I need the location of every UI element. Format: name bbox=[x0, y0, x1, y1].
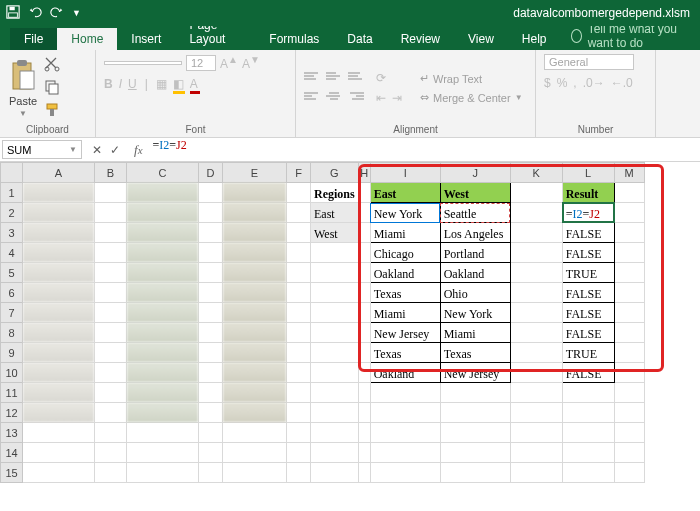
cell[interactable]: New York bbox=[440, 303, 510, 323]
tab-data[interactable]: Data bbox=[333, 28, 386, 50]
col-header[interactable]: I bbox=[370, 163, 440, 183]
cell[interactable] bbox=[510, 183, 562, 203]
cell[interactable] bbox=[127, 263, 199, 283]
cell[interactable] bbox=[23, 383, 95, 403]
cell[interactable] bbox=[614, 363, 644, 383]
decrease-font-icon[interactable]: A▼ bbox=[242, 54, 260, 71]
cell[interactable] bbox=[287, 243, 311, 263]
cell[interactable]: Miami bbox=[370, 303, 440, 323]
cell[interactable] bbox=[95, 323, 127, 343]
increase-decimal-icon[interactable]: .0→ bbox=[583, 76, 605, 90]
cell[interactable] bbox=[223, 443, 287, 463]
cell[interactable] bbox=[311, 383, 359, 403]
align-center-icon[interactable] bbox=[326, 92, 342, 104]
col-header[interactable]: K bbox=[510, 163, 562, 183]
align-left-icon[interactable] bbox=[304, 92, 320, 104]
cell[interactable] bbox=[127, 343, 199, 363]
cell[interactable] bbox=[311, 323, 359, 343]
cell[interactable] bbox=[287, 223, 311, 243]
cell[interactable] bbox=[23, 223, 95, 243]
cell[interactable] bbox=[287, 383, 311, 403]
cell[interactable] bbox=[370, 403, 440, 423]
cell[interactable] bbox=[562, 443, 614, 463]
row-header[interactable]: 7 bbox=[1, 303, 23, 323]
cell[interactable] bbox=[358, 463, 370, 483]
cell[interactable]: Miami bbox=[440, 323, 510, 343]
col-header[interactable]: F bbox=[287, 163, 311, 183]
cell[interactable] bbox=[510, 303, 562, 323]
cell[interactable] bbox=[23, 343, 95, 363]
cell[interactable] bbox=[223, 363, 287, 383]
italic-button[interactable]: I bbox=[119, 77, 122, 91]
row-header[interactable]: 1 bbox=[1, 183, 23, 203]
cell[interactable]: FALSE bbox=[562, 363, 614, 383]
cell[interactable] bbox=[370, 443, 440, 463]
cell[interactable]: Oakland bbox=[440, 263, 510, 283]
cell[interactable] bbox=[440, 383, 510, 403]
cell[interactable] bbox=[358, 203, 370, 223]
cell[interactable]: Ohio bbox=[440, 283, 510, 303]
cell[interactable] bbox=[199, 463, 223, 483]
cell[interactable] bbox=[95, 403, 127, 423]
cell[interactable] bbox=[311, 243, 359, 263]
cancel-formula-icon[interactable]: ✕ bbox=[92, 143, 102, 157]
cell[interactable]: Los Angeles bbox=[440, 223, 510, 243]
cell[interactable] bbox=[614, 343, 644, 363]
cell[interactable]: Texas bbox=[370, 343, 440, 363]
orientation-icon[interactable]: ⟳ bbox=[376, 71, 386, 85]
cell[interactable] bbox=[199, 283, 223, 303]
cell[interactable] bbox=[127, 223, 199, 243]
cell[interactable]: FALSE bbox=[562, 243, 614, 263]
cell[interactable] bbox=[199, 223, 223, 243]
cell[interactable]: FALSE bbox=[562, 323, 614, 343]
cell[interactable] bbox=[127, 443, 199, 463]
cell[interactable] bbox=[287, 423, 311, 443]
cell[interactable] bbox=[287, 283, 311, 303]
row-header[interactable]: 8 bbox=[1, 323, 23, 343]
cell[interactable]: East bbox=[311, 203, 359, 223]
cell[interactable] bbox=[287, 263, 311, 283]
cell[interactable] bbox=[510, 203, 562, 223]
cell[interactable] bbox=[199, 243, 223, 263]
cell[interactable] bbox=[223, 323, 287, 343]
cell[interactable] bbox=[223, 403, 287, 423]
cell[interactable] bbox=[358, 443, 370, 463]
col-header[interactable]: J bbox=[440, 163, 510, 183]
cell[interactable] bbox=[287, 343, 311, 363]
increase-indent-icon[interactable]: ⇥ bbox=[392, 91, 402, 105]
cell[interactable] bbox=[614, 323, 644, 343]
cell[interactable] bbox=[358, 303, 370, 323]
cell[interactable] bbox=[199, 383, 223, 403]
cell[interactable] bbox=[95, 263, 127, 283]
cell[interactable] bbox=[23, 403, 95, 423]
tab-review[interactable]: Review bbox=[387, 28, 454, 50]
select-all-corner[interactable] bbox=[1, 163, 23, 183]
cell[interactable] bbox=[95, 223, 127, 243]
cell[interactable] bbox=[23, 423, 95, 443]
name-box[interactable]: SUM ▼ bbox=[2, 140, 82, 159]
qat-dropdown-icon[interactable]: ▼ bbox=[72, 8, 81, 18]
cell[interactable] bbox=[127, 383, 199, 403]
cell[interactable] bbox=[311, 443, 359, 463]
row-header[interactable]: 3 bbox=[1, 223, 23, 243]
cell[interactable] bbox=[127, 423, 199, 443]
cell[interactable] bbox=[287, 363, 311, 383]
cell[interactable] bbox=[311, 463, 359, 483]
accounting-format-icon[interactable]: $ bbox=[544, 76, 551, 90]
cell[interactable] bbox=[358, 423, 370, 443]
cell[interactable] bbox=[199, 403, 223, 423]
cell[interactable] bbox=[370, 423, 440, 443]
cell[interactable] bbox=[311, 283, 359, 303]
cell[interactable]: Oakland bbox=[370, 263, 440, 283]
cell[interactable]: Texas bbox=[370, 283, 440, 303]
cell[interactable] bbox=[614, 443, 644, 463]
cell[interactable]: East bbox=[370, 183, 440, 203]
cell[interactable]: Miami bbox=[370, 223, 440, 243]
cell[interactable] bbox=[510, 343, 562, 363]
merge-center-button[interactable]: ⇔Merge & Center▼ bbox=[420, 91, 523, 104]
cell[interactable] bbox=[127, 463, 199, 483]
increase-font-icon[interactable]: A▲ bbox=[220, 54, 238, 71]
tell-me[interactable]: Tell me what you want to do bbox=[571, 22, 700, 50]
cell[interactable] bbox=[223, 223, 287, 243]
border-icon[interactable]: ▦ bbox=[156, 77, 167, 91]
